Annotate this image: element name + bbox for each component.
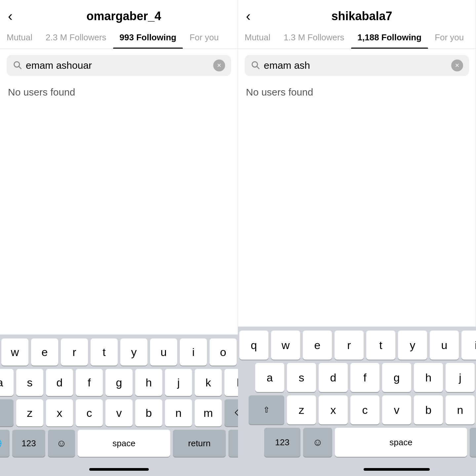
right-key-v[interactable]: v xyxy=(382,395,411,424)
right-key-q[interactable]: q xyxy=(239,331,268,360)
right-clear-button[interactable]: × xyxy=(451,60,463,71)
right-key-e[interactable]: e xyxy=(303,331,332,360)
left-key-x[interactable]: x xyxy=(46,399,73,426)
right-key-i[interactable]: i xyxy=(461,331,476,360)
right-search-wrap: emam ash × xyxy=(238,49,476,80)
left-key-b[interactable]: b xyxy=(135,399,162,426)
right-key-f[interactable]: f xyxy=(350,363,379,392)
left-header: ‹ omargaber_4 xyxy=(0,0,238,28)
left-key-a[interactable]: a xyxy=(0,369,14,396)
left-key-v[interactable]: v xyxy=(105,399,133,426)
left-key-h[interactable]: h xyxy=(135,369,162,396)
left-home-indicator xyxy=(89,468,149,471)
svg-line-3 xyxy=(257,66,259,68)
left-kb-row-1: q w e r t y u i o p xyxy=(1,338,237,366)
left-key-return[interactable]: return xyxy=(173,430,226,457)
left-key-s[interactable]: s xyxy=(16,369,43,396)
right-home-indicator xyxy=(364,468,430,471)
right-kb-row-2: a s d f g h j k l xyxy=(239,363,476,392)
left-clear-button[interactable]: × xyxy=(213,60,225,71)
right-tabs-row: Mutual 1.3 M Followers 1,188 Following F… xyxy=(238,28,476,49)
right-key-t[interactable]: t xyxy=(366,331,395,360)
right-key-a[interactable]: a xyxy=(255,363,284,392)
left-key-k[interactable]: k xyxy=(195,369,222,396)
left-key-z[interactable]: z xyxy=(16,399,43,426)
left-tab-mutual[interactable]: Mutual xyxy=(0,28,39,49)
right-tab-followers[interactable]: 1.3 M Followers xyxy=(277,28,351,49)
left-key-w[interactable]: w xyxy=(1,338,28,366)
right-header: ‹ shikabala7 xyxy=(238,0,476,28)
left-key-space[interactable]: space xyxy=(78,430,170,457)
left-kb-row-4: 🌐 123 ☺ space return 🎙 xyxy=(1,430,237,457)
left-key-e[interactable]: e xyxy=(31,338,58,366)
left-clear-icon: × xyxy=(217,62,221,69)
right-key-h[interactable]: h xyxy=(414,363,443,392)
right-tab-mutual[interactable]: Mutual xyxy=(238,28,277,49)
right-tab-following[interactable]: 1,188 Following xyxy=(351,28,428,49)
right-key-g[interactable]: g xyxy=(382,363,411,392)
right-key-space[interactable]: space xyxy=(335,428,467,457)
right-key-d[interactable]: d xyxy=(319,363,348,392)
right-key-c[interactable]: c xyxy=(350,395,379,424)
right-key-return[interactable]: return xyxy=(470,428,476,457)
right-tab-foryou[interactable]: For you xyxy=(428,28,470,49)
left-key-g[interactable]: g xyxy=(105,369,133,396)
left-back-button[interactable]: ‹ xyxy=(8,9,13,23)
left-kb-row-2: a s d f g h j k l xyxy=(1,369,237,396)
right-key-123[interactable]: 123 xyxy=(264,428,300,457)
right-key-z[interactable]: z xyxy=(287,395,316,424)
left-key-t[interactable]: t xyxy=(91,338,118,366)
left-key-u[interactable]: u xyxy=(150,338,177,366)
right-no-users: No users found xyxy=(238,80,476,104)
right-search-bar[interactable]: emam ash × xyxy=(245,55,469,76)
right-panel-title: shikabala7 xyxy=(256,9,468,23)
left-key-d[interactable]: d xyxy=(46,369,73,396)
right-key-j[interactable]: j xyxy=(446,363,475,392)
left-key-n[interactable]: n xyxy=(165,399,192,426)
left-key-y[interactable]: y xyxy=(120,338,147,366)
right-key-n[interactable]: n xyxy=(446,395,475,424)
left-key-globe[interactable]: 🌐 xyxy=(0,430,10,457)
left-tabs-row: Mutual 2.3 M Followers 993 Following For… xyxy=(0,28,238,49)
right-key-b[interactable]: b xyxy=(414,395,443,424)
left-tab-foryou[interactable]: For you xyxy=(183,28,225,49)
left-tab-following[interactable]: 993 Following xyxy=(113,28,183,49)
left-key-c[interactable]: c xyxy=(76,399,103,426)
left-key-shift[interactable]: ⇧ xyxy=(0,399,14,426)
right-search-icon xyxy=(251,60,260,71)
right-kb-row-1: q w e r t y u i o p xyxy=(239,331,476,360)
right-search-input[interactable]: emam ash xyxy=(264,60,447,71)
left-kb-row-3: ⇧ z x c v b n m ⌫ xyxy=(1,399,237,426)
left-key-j[interactable]: j xyxy=(165,369,192,396)
left-home-indicator-area xyxy=(1,460,237,473)
left-panel-title: omargaber_4 xyxy=(18,9,230,23)
right-key-x[interactable]: x xyxy=(319,395,348,424)
left-key-123[interactable]: 123 xyxy=(12,430,45,457)
left-no-users: No users found xyxy=(0,80,238,104)
right-key-r[interactable]: r xyxy=(335,331,364,360)
left-key-r[interactable]: r xyxy=(61,338,88,366)
left-key-f[interactable]: f xyxy=(76,369,103,396)
left-search-input[interactable]: emam ashouar xyxy=(26,60,209,71)
left-keyboard: q w e r t y u i o p a s d f g h j k xyxy=(0,335,238,476)
right-key-shift[interactable]: ⇧ xyxy=(249,395,284,424)
right-kb-row-4: 123 ☺ space return xyxy=(239,428,476,457)
left-search-icon xyxy=(13,60,22,71)
left-search-wrap: emam ashouar × xyxy=(0,49,238,80)
left-search-bar[interactable]: emam ashouar × xyxy=(7,55,231,76)
right-key-w[interactable]: w xyxy=(271,331,300,360)
left-key-o[interactable]: o xyxy=(210,338,237,366)
right-kb-row-3: ⇧ z x c v b n m ⌫ xyxy=(239,395,476,424)
left-tab-followers[interactable]: 2.3 M Followers xyxy=(39,28,113,49)
right-clear-icon: × xyxy=(455,62,459,69)
right-key-u[interactable]: u xyxy=(430,331,459,360)
left-key-m[interactable]: m xyxy=(195,399,222,426)
left-key-emoji[interactable]: ☺ xyxy=(48,430,75,457)
right-key-s[interactable]: s xyxy=(287,363,316,392)
right-back-button[interactable]: ‹ xyxy=(246,9,251,23)
keyboards-area: q w e r t y u i o p a s d f g h j k xyxy=(0,327,476,476)
left-key-i[interactable]: i xyxy=(180,338,207,366)
svg-line-1 xyxy=(19,66,21,68)
right-key-y[interactable]: y xyxy=(398,331,427,360)
right-key-emoji[interactable]: ☺ xyxy=(303,428,332,457)
